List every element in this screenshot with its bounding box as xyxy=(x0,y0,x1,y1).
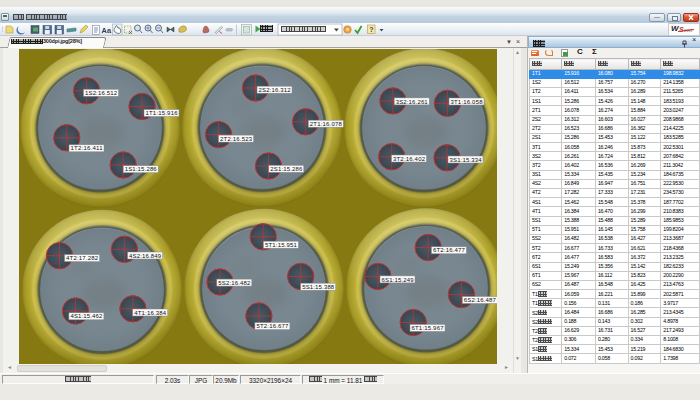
svg-text:1T2:16.411: 1T2:16.411 xyxy=(71,145,104,151)
svg-text:6T1:15.967: 6T1:15.967 xyxy=(412,325,445,331)
svg-text:?: ? xyxy=(369,26,373,33)
svg-text:3T2:16.402: 3T2:16.402 xyxy=(393,156,426,162)
svg-text:4S2:16.849: 4S2:16.849 xyxy=(129,253,162,259)
svg-text:3S2:16.261: 3S2:16.261 xyxy=(396,99,429,105)
svg-text:1T1:15.916: 1T1:15.916 xyxy=(146,110,179,116)
svg-text:2T2:16.523: 2T2:16.523 xyxy=(220,136,253,142)
svg-text:2S1:15.286: 2S1:15.286 xyxy=(270,166,303,172)
svg-text:4S1:15.462: 4S1:15.462 xyxy=(70,313,103,319)
svg-text:5S2:16.482: 5S2:16.482 xyxy=(218,280,251,286)
svg-text:3T1:16.058: 3T1:16.058 xyxy=(451,99,484,105)
svg-text:5S1:15.388: 5S1:15.388 xyxy=(302,284,335,290)
svg-text:2S2:16.312: 2S2:16.312 xyxy=(259,87,292,93)
svg-text:3S1:15.334: 3S1:15.334 xyxy=(450,157,483,163)
svg-text:5T2:16.677: 5T2:16.677 xyxy=(256,323,289,329)
svg-text:6S1:15.249: 6S1:15.249 xyxy=(382,277,415,283)
svg-text:6T2:16.477: 6T2:16.477 xyxy=(433,247,466,253)
svg-text:6S2:16.487: 6S2:16.487 xyxy=(464,297,497,303)
svg-text:4T2:17.282: 4T2:17.282 xyxy=(66,255,99,261)
svg-text:2T1:16.078: 2T1:16.078 xyxy=(310,121,343,127)
svg-text:5T1:15.951: 5T1:15.951 xyxy=(265,242,298,248)
svg-text:4T1:16.384: 4T1:16.384 xyxy=(134,310,167,316)
svg-text:1S2:16.512: 1S2:16.512 xyxy=(85,90,118,96)
svg-text:Aa: Aa xyxy=(102,26,112,35)
svg-text:1S1:15.286: 1S1:15.286 xyxy=(125,166,158,172)
